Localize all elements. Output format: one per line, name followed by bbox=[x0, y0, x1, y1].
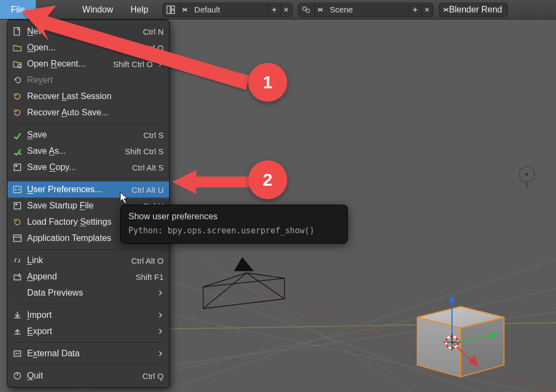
file-menu-append[interactable]: AppendShift F1 bbox=[8, 269, 169, 285]
scene-selector[interactable]: Scene bbox=[298, 3, 434, 17]
file-menu-new[interactable]: NewCtrl N bbox=[8, 23, 169, 40]
svg-rect-39 bbox=[14, 164, 21, 171]
file-menu-save-as-icon bbox=[12, 146, 23, 156]
file-menu-link-label: Link bbox=[27, 256, 120, 265]
submenu-chevron-icon bbox=[157, 61, 164, 67]
layout-selector-chevron[interactable] bbox=[179, 3, 190, 16]
file-menu-export-label: Export bbox=[27, 326, 153, 336]
svg-point-42 bbox=[15, 189, 17, 191]
file-menu-open-recent[interactable]: Open Recent...Shift Ctrl O bbox=[8, 56, 169, 72]
svg-point-50 bbox=[18, 353, 20, 355]
file-menu-external-data[interactable]: External Data bbox=[8, 345, 169, 362]
file-menu-user-prefs[interactable]: User Preferences...Ctrl Alt U bbox=[8, 181, 169, 198]
file-menu-user-prefs-shortcut: Ctrl Alt U bbox=[132, 185, 164, 194]
submenu-chevron-icon bbox=[157, 351, 164, 356]
svg-rect-45 bbox=[15, 204, 17, 205]
file-menu-quit-shortcut: Ctrl Q bbox=[143, 371, 164, 381]
submenu-chevron-icon bbox=[157, 329, 164, 334]
scene-add-button[interactable] bbox=[409, 4, 421, 16]
file-menu-recover-last-label: Recover Last Session bbox=[27, 92, 164, 101]
file-menu-save-as-shortcut: Shift Ctrl S bbox=[125, 147, 164, 156]
top-menubar[interactable]: File Window Help Default Scene bbox=[0, 0, 556, 19]
file-menu-recover-auto-icon bbox=[12, 107, 23, 118]
file-menu-data-previews[interactable]: Data Previews bbox=[8, 285, 169, 301]
render-engine-chevron[interactable] bbox=[443, 6, 449, 13]
file-menu-append-shortcut: Shift F1 bbox=[135, 272, 164, 282]
svg-rect-36 bbox=[14, 28, 20, 35]
tooltip-title: Show user preferences bbox=[128, 212, 340, 221]
file-menu-save-copy-label: Save Copy... bbox=[27, 162, 121, 172]
file-menu-save-copy[interactable]: Save Copy...Ctrl Alt S bbox=[8, 159, 169, 175]
file-menu-external-data-icon bbox=[12, 348, 23, 359]
svg-line-20 bbox=[203, 273, 247, 309]
file-menu-quit-label: Quit bbox=[27, 371, 132, 381]
file-menu-new-label: New bbox=[27, 27, 132, 36]
file-menu-revert: Revert bbox=[8, 72, 169, 88]
file-menu-open-recent-label: Open Recent... bbox=[27, 59, 102, 69]
scene-selector-chevron[interactable] bbox=[315, 3, 326, 16]
layout-selector[interactable]: Default bbox=[163, 3, 293, 17]
scene-icon bbox=[299, 3, 315, 16]
menu-help-label: Help bbox=[131, 5, 148, 15]
menu-help[interactable]: Help bbox=[122, 0, 157, 19]
scene-close-button[interactable] bbox=[421, 4, 433, 16]
svg-rect-48 bbox=[14, 351, 21, 356]
file-menu-load-factory-icon bbox=[12, 217, 23, 227]
file-menu-open-label: Open... bbox=[27, 43, 132, 53]
file-menu-recover-last-icon bbox=[12, 91, 23, 102]
file-menu-new-icon bbox=[12, 26, 23, 37]
file-menu-save-copy-shortcut: Ctrl Alt S bbox=[132, 163, 164, 172]
file-menu-quit[interactable]: QuitCtrl Q bbox=[8, 368, 169, 384]
svg-marker-21 bbox=[235, 258, 253, 271]
file-menu-save-copy-icon bbox=[12, 162, 23, 173]
file-menu-append-icon bbox=[12, 271, 23, 282]
file-menu-export[interactable]: Export bbox=[8, 323, 169, 339]
file-menu-app-templates-icon bbox=[12, 233, 23, 244]
file-menu-open-icon bbox=[12, 42, 23, 53]
file-menu-open-recent-shortcut: Shift Ctrl O bbox=[113, 60, 153, 69]
svg-point-4 bbox=[306, 9, 309, 12]
layout-close-button[interactable] bbox=[280, 4, 292, 16]
file-menu-dropdown[interactable]: NewCtrl NOpen...Ctrl OOpen Recent...Shif… bbox=[7, 19, 170, 388]
submenu-chevron-icon bbox=[157, 290, 164, 296]
file-menu-revert-icon bbox=[12, 75, 23, 86]
file-menu-save-as[interactable]: Save As...Shift Ctrl S bbox=[8, 143, 169, 159]
file-menu-data-previews-icon bbox=[12, 288, 23, 298]
tooltip-python: Python: bpy.ops.screen.userpref_show() bbox=[128, 226, 340, 236]
file-menu-recover-last[interactable]: Recover Last Session bbox=[8, 88, 169, 104]
svg-rect-41 bbox=[14, 186, 21, 193]
file-menu-link-icon bbox=[12, 255, 23, 266]
menu-window-label: Window bbox=[82, 5, 113, 15]
tooltip-user-preferences: Show user preferences Python: bpy.ops.sc… bbox=[120, 205, 348, 244]
file-menu-save-startup-icon bbox=[12, 200, 23, 211]
scene-selector-label: Scene bbox=[326, 5, 409, 14]
menu-file[interactable]: File bbox=[0, 0, 36, 19]
file-menu-save-startup-label: Save Startup File bbox=[27, 201, 132, 211]
file-menu-recover-auto[interactable]: Recover Auto Save... bbox=[8, 104, 169, 121]
file-menu-revert-label: Revert bbox=[27, 75, 164, 85]
file-menu-save-icon bbox=[12, 129, 23, 140]
svg-rect-46 bbox=[14, 235, 21, 241]
file-menu-data-previews-label: Data Previews bbox=[27, 288, 153, 298]
svg-rect-2 bbox=[171, 10, 174, 14]
file-menu-save-label: Save bbox=[27, 130, 133, 140]
file-menu-link[interactable]: LinkCtrl Alt O bbox=[8, 252, 169, 269]
svg-point-38 bbox=[19, 153, 21, 155]
file-menu-import-icon bbox=[12, 310, 23, 321]
menu-file-label: File bbox=[11, 5, 25, 15]
file-menu-user-prefs-icon bbox=[12, 184, 23, 195]
file-menu-open[interactable]: Open...Ctrl O bbox=[8, 40, 169, 56]
menu-window[interactable]: Window bbox=[74, 0, 122, 19]
file-menu-new-shortcut: Ctrl N bbox=[143, 27, 164, 36]
file-menu-open-recent-icon bbox=[12, 58, 23, 69]
file-menu-user-prefs-label: User Preferences... bbox=[27, 185, 121, 194]
render-engine-selector[interactable]: Blender Rend bbox=[439, 3, 508, 17]
svg-point-49 bbox=[16, 353, 17, 355]
file-menu-append-label: Append bbox=[27, 272, 125, 282]
file-menu-save-as-label: Save As... bbox=[27, 146, 114, 156]
svg-rect-1 bbox=[171, 6, 174, 9]
file-menu-import[interactable]: Import bbox=[8, 307, 169, 323]
svg-line-12 bbox=[228, 280, 556, 392]
file-menu-save[interactable]: SaveCtrl S bbox=[8, 127, 169, 143]
layout-add-button[interactable] bbox=[268, 4, 280, 16]
